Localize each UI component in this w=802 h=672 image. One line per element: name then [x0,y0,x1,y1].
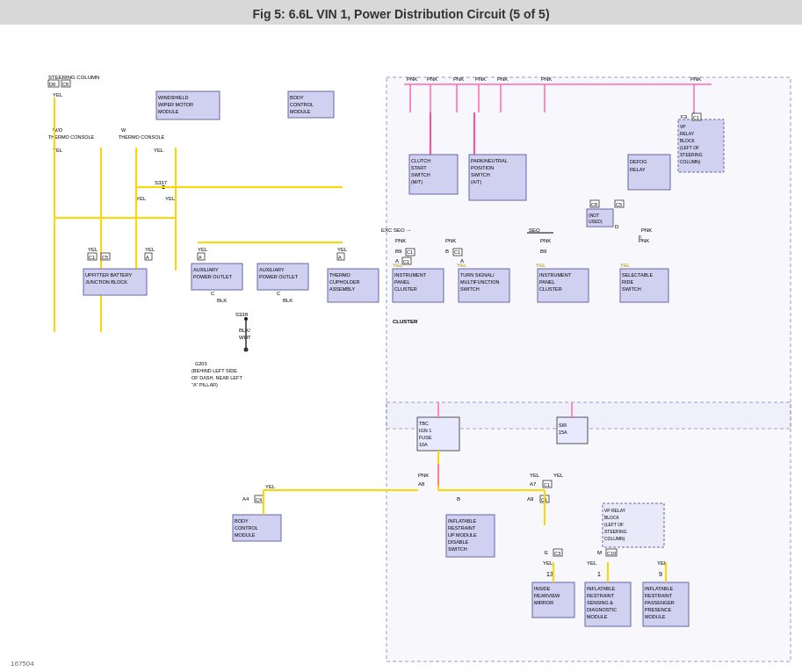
svg-text:DEFOG: DEFOG [630,159,647,164]
svg-text:INSTRUMENT: INSTRUMENT [394,272,427,278]
svg-text:C1: C1 [544,482,550,488]
svg-text:RESTRAINT: RESTRAINT [587,593,615,598]
svg-text:PNK: PNK [453,76,464,82]
svg-text:YEL: YEL [530,473,540,478]
svg-text:A4: A4 [242,496,249,502]
svg-text:YEL: YEL [587,560,597,566]
svg-text:C4: C4 [256,497,262,502]
svg-text:A: A [199,255,202,260]
svg-text:A8: A8 [418,481,425,487]
svg-text:YEL: YEL [543,560,553,566]
svg-text:(LEFT OF: (LEFT OF [680,145,699,150]
svg-text:(LEFT OF: (LEFT OF [604,522,624,527]
svg-text:(BEHIND LEFT SIDE: (BEHIND LEFT SIDE [191,368,237,373]
svg-text:MODULE: MODULE [290,109,311,114]
svg-text:167504: 167504 [11,660,34,668]
svg-text:BLOCK: BLOCK [680,138,696,143]
svg-text:SWITCH: SWITCH [622,286,641,292]
svg-text:F3: F3 [681,114,688,119]
svg-text:PNK: PNK [407,76,417,82]
page: Fig 5: 6.6L VIN 1, Power Distribution Ci… [0,0,802,672]
svg-text:RELAY: RELAY [630,167,646,172]
svg-text:PASSENGER: PASSENGER [645,600,675,605]
svg-text:9: 9 [659,571,662,577]
svg-text:INFLATABLE: INFLATABLE [587,586,616,591]
svg-text:YEL: YEL [393,263,403,268]
svg-text:CLUSTER: CLUSTER [393,319,418,324]
diagram-area: PNK PNK PNK PNK PNK PNK PNK CLUTCH START… [0,25,802,672]
svg-text:VP RELAY: VP RELAY [604,508,626,513]
svg-text:B9: B9 [540,249,547,254]
svg-text:PANEL: PANEL [539,279,555,285]
svg-text:BLK: BLK [283,298,293,303]
svg-text:WHT: WHT [239,335,251,340]
svg-text:YEL: YEL [265,484,276,489]
svg-text:B: B [457,496,460,502]
svg-text:CUPHOLDER: CUPHOLDER [329,279,360,285]
svg-text:EXC SEO →: EXC SEO → [381,228,411,233]
svg-text:INSIDE: INSIDE [534,586,551,591]
svg-text:C: C [277,291,281,296]
svg-text:MODULE: MODULE [645,614,666,619]
svg-text:PANEL: PANEL [394,279,410,285]
svg-text:MODULE: MODULE [587,614,608,619]
svg-text:YEL: YEL [536,263,546,268]
svg-text:JUNCTION BLOCK: JUNCTION BLOCK [85,279,127,285]
svg-text:RELAY: RELAY [680,131,695,136]
svg-text:CONTROL: CONTROL [290,102,314,107]
svg-text:YEL: YEL [553,473,564,478]
svg-text:YEL: YEL [457,263,467,268]
svg-text:YEL: YEL [165,196,176,201]
svg-text:UP MODULE: UP MODULE [448,532,477,538]
svg-text:SWITCH: SWITCH [448,546,467,552]
svg-text:CLUSTER: CLUSTER [539,286,562,292]
svg-text:(A/T): (A/T) [471,179,481,184]
svg-text:YEL: YEL [88,247,98,252]
svg-text:USED): USED) [589,219,603,224]
svg-text:TBC: TBC [419,421,429,426]
svg-text:B: B [445,249,449,254]
svg-text:C5: C5 [102,255,108,260]
svg-text:YEL: YEL [145,247,155,252]
svg-text:THERMO: THERMO [329,272,351,278]
svg-text:UPFITTER BATTERY: UPFITTER BATTERY [85,272,133,278]
svg-text:MODULE: MODULE [235,532,256,538]
svg-text:RESTRAINT: RESTRAINT [448,525,476,531]
svg-text:G203: G203 [195,361,206,366]
svg-text:A: A [338,255,342,260]
svg-text:RIDE: RIDE [622,279,633,285]
svg-text:F: F [639,235,642,240]
svg-text:C1: C1 [693,115,699,120]
svg-text:POWER OUTLET: POWER OUTLET [259,274,299,279]
svg-text:PNK: PNK [541,76,552,82]
svg-text:VP: VP [680,124,686,129]
svg-text:AUXILIARY: AUXILIARY [193,267,219,272]
svg-text:A9: A9 [527,496,534,502]
svg-text:BODY: BODY [235,518,249,524]
svg-text:SWITCH: SWITCH [411,172,430,177]
svg-text:STEERING: STEERING [604,529,627,534]
svg-text:DISABLE: DISABLE [448,539,469,545]
svg-text:"A" PILLAR): "A" PILLAR) [191,382,218,387]
svg-text:C8: C8 [62,82,69,87]
svg-text:WIPER MOTOR: WIPER MOTOR [158,102,193,107]
svg-text:YEL: YEL [198,247,208,252]
svg-text:PNK: PNK [395,238,406,243]
svg-text:M: M [597,550,602,555]
svg-text:YEL: YEL [154,148,164,153]
svg-text:15A: 15A [559,430,567,435]
svg-text:BLOCK: BLOCK [604,515,620,520]
svg-text:PNK: PNK [540,238,551,243]
svg-text:BLK: BLK [217,298,227,303]
svg-text:C5: C5 [616,202,622,207]
svg-text:PNK: PNK [641,228,652,233]
svg-text:C3: C3 [554,551,560,556]
svg-text:A: A [146,255,149,260]
svg-text:PNK: PNK [427,76,437,82]
svg-text:PNK: PNK [445,238,456,243]
svg-text:WINDSHIELD: WINDSHIELD [158,95,189,100]
svg-text:C1: C1 [407,249,413,255]
svg-text:COLUMN): COLUMN) [680,159,701,164]
svg-text:AUXILIARY: AUXILIARY [259,267,285,272]
svg-text:SWITCH: SWITCH [460,286,480,292]
